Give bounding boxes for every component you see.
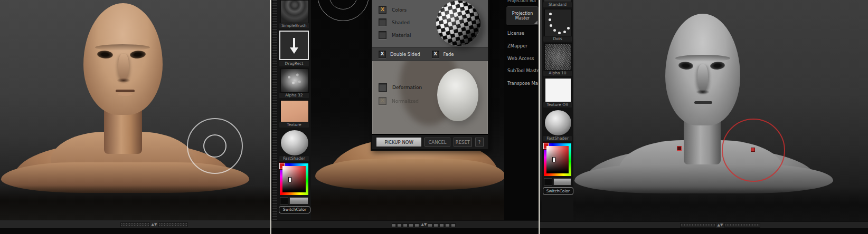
pickup-now-button[interactable]: PICKUP NOW bbox=[376, 138, 421, 147]
alpha-label: Alpha 10 bbox=[543, 71, 572, 76]
material-thumbnail[interactable] bbox=[280, 130, 309, 156]
cancel-button[interactable]: CANCEL bbox=[424, 138, 450, 147]
footer-strip-middle bbox=[271, 228, 539, 234]
help-button[interactable]: ? bbox=[475, 138, 484, 147]
texture-thumbnail[interactable] bbox=[545, 78, 571, 102]
material-label: FastShader bbox=[543, 136, 572, 141]
secondary-color-row bbox=[544, 178, 571, 186]
color-cursor bbox=[288, 177, 291, 182]
normalized-checkbox-disabled: X bbox=[379, 97, 386, 105]
scrollbar-texture[interactable] bbox=[120, 222, 150, 227]
bottom-bar-right: ▲▼ bbox=[540, 221, 868, 229]
texture-thumbnail[interactable] bbox=[280, 100, 309, 122]
deformation-label: Deformation bbox=[392, 85, 422, 90]
secondary-color-swatch[interactable] bbox=[544, 178, 552, 186]
shaded-checkbox[interactable] bbox=[379, 18, 386, 26]
nostril-shadow bbox=[696, 90, 710, 94]
fade-label: Fade bbox=[444, 52, 454, 57]
projection-master-menu-button[interactable]: Projection Master bbox=[506, 6, 539, 26]
pickup-options-section: X Colors Shaded Material bbox=[372, 0, 488, 47]
material-thumbnail[interactable] bbox=[544, 110, 572, 136]
secondary-color-row bbox=[280, 197, 308, 204]
material-checkbox[interactable] bbox=[379, 31, 386, 39]
brush-label: SimpleBrush bbox=[279, 23, 309, 28]
color-gradient-bar[interactable] bbox=[553, 178, 571, 186]
colors-label: Colors bbox=[392, 7, 407, 13]
red-cursor-center-dot bbox=[751, 148, 755, 152]
canvas-right[interactable] bbox=[540, 0, 868, 221]
left-shelf-middle: SimpleBrush DragRect Alpha 32 Texture Fa… bbox=[277, 0, 311, 220]
nose-shading bbox=[697, 64, 708, 93]
reset-button[interactable]: RESET bbox=[454, 138, 472, 147]
zbrush-triple-screenshot: ▲▼ SimpleBrush DragRect Alpha 32 Texture… bbox=[0, 0, 868, 234]
scrollbar-texture[interactable] bbox=[680, 223, 716, 228]
alpha-label: Alpha 32 bbox=[279, 93, 309, 98]
canvas-left[interactable] bbox=[0, 0, 270, 220]
tray-scrollbar-middle[interactable]: ▲▼ bbox=[392, 222, 456, 227]
normalized-label: Normalized bbox=[392, 99, 419, 104]
menu-item-license[interactable]: License bbox=[507, 31, 539, 36]
secondary-color-swatch[interactable] bbox=[280, 197, 288, 204]
left-shelf-right: Standard Dots Alpha 10 Texture Off FastS… bbox=[542, 0, 573, 221]
color-picker[interactable] bbox=[280, 163, 308, 195]
brush-thumbnail-clipped[interactable] bbox=[544, 0, 571, 2]
deformation-checkbox[interactable] bbox=[379, 83, 387, 92]
tray-scrollbar-left[interactable]: ▲▼ bbox=[120, 222, 188, 227]
double-sided-checkbox[interactable]: X bbox=[379, 51, 386, 58]
scrollbar-texture[interactable] bbox=[158, 222, 188, 227]
checker-sphere-preview bbox=[431, 0, 485, 51]
menu-item-subtool-master[interactable]: SubTool Maste bbox=[507, 68, 539, 73]
material-label: Material bbox=[392, 33, 411, 38]
stroke-thumbnail[interactable] bbox=[544, 9, 572, 36]
menu-item-transpose-master[interactable]: Transpose Ma bbox=[507, 81, 539, 86]
viewport-panel-left: ▲▼ bbox=[0, 0, 270, 234]
saturation-value-square[interactable] bbox=[546, 146, 569, 173]
color-gradient-bar[interactable] bbox=[289, 197, 308, 204]
alpha-thumbnail[interactable] bbox=[280, 69, 309, 93]
material-sphere-preview bbox=[437, 69, 478, 121]
color-cursor bbox=[552, 157, 555, 162]
dots-stroke-icon bbox=[549, 13, 552, 15]
texture-label: Texture bbox=[279, 122, 309, 128]
fade-checkbox[interactable]: X bbox=[432, 51, 439, 58]
menu-item-zmapper[interactable]: ZMapper bbox=[507, 43, 539, 48]
scrollbar-texture[interactable] bbox=[724, 223, 760, 228]
tray-arrows-icon[interactable]: ▲▼ bbox=[420, 222, 429, 227]
scrollbar-texture[interactable] bbox=[392, 223, 420, 227]
brow-shadow bbox=[95, 44, 150, 51]
brow-shadow bbox=[675, 55, 730, 62]
nostril-shadow bbox=[117, 78, 130, 83]
brush-label: Standard bbox=[543, 2, 572, 7]
tray-scrollbar-right[interactable]: ▲▼ bbox=[680, 223, 760, 228]
colors-checkbox[interactable]: X bbox=[379, 6, 386, 14]
menu-item-web-access[interactable]: Web Access bbox=[507, 56, 539, 61]
zplugin-menu-tray: Projection Ma Projection Master License … bbox=[504, 0, 539, 220]
projection-master-dialog: X Colors Shaded Material X Double bbox=[371, 0, 489, 151]
stroke-thumbnail-selected[interactable] bbox=[279, 31, 309, 60]
menu-header-clipped: Projection Ma bbox=[507, 0, 539, 3]
double-sided-label: Double Sided bbox=[390, 52, 420, 57]
material-label: FastShader bbox=[279, 156, 309, 161]
check-glyph: X bbox=[381, 7, 384, 12]
switch-color-button[interactable]: SwitchColor bbox=[279, 206, 310, 213]
stroke-label: DragRect bbox=[279, 61, 309, 66]
floor-shadow bbox=[311, 184, 504, 220]
tray-arrows-icon[interactable]: ▲▼ bbox=[716, 223, 725, 228]
submenu-corner-icon bbox=[534, 21, 537, 24]
lower-lip bbox=[118, 93, 133, 96]
footer-strip-right bbox=[540, 228, 868, 234]
check-glyph: X bbox=[433, 52, 437, 56]
saturation-value-square[interactable] bbox=[282, 166, 306, 192]
switch-color-button[interactable]: SwitchColor bbox=[543, 187, 573, 195]
viewport-panel-middle: SimpleBrush DragRect Alpha 32 Texture Fa… bbox=[271, 0, 539, 234]
color-picker[interactable] bbox=[544, 143, 571, 176]
nose-shading bbox=[118, 54, 129, 81]
floor-shadow bbox=[540, 187, 868, 221]
tray-arrows-icon[interactable]: ▲▼ bbox=[150, 222, 159, 227]
alpha-thumbnail[interactable] bbox=[544, 43, 572, 71]
floor-shadow bbox=[0, 186, 270, 220]
brush-thumbnail[interactable] bbox=[280, 0, 309, 23]
surface-options-bar: X Double Sided X Fade bbox=[372, 47, 488, 61]
red-poi-marker bbox=[677, 146, 682, 151]
scrollbar-texture[interactable] bbox=[428, 223, 456, 227]
